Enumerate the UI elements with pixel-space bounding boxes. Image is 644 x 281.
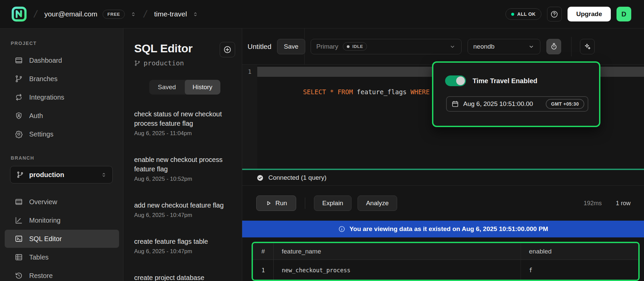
plus-circle-icon: [223, 45, 232, 54]
editor-toolbar: Untitled Save Primary IDLE neondb: [242, 29, 644, 65]
ai-assist-button[interactable]: [580, 39, 595, 54]
sidebar-item[interactable]: Overview: [5, 193, 119, 211]
database-selector[interactable]: neondb: [468, 39, 540, 54]
neon-logo-icon[interactable]: [11, 6, 27, 22]
explain-button[interactable]: Explain: [314, 195, 352, 211]
sidebar-item[interactable]: Settings: [5, 125, 119, 143]
tab-saved[interactable]: Saved: [149, 80, 185, 95]
project-switcher-chevron-icon[interactable]: [192, 11, 199, 17]
sidebar-item-label: Settings: [29, 130, 53, 138]
account-email[interactable]: your@email.com: [44, 10, 97, 18]
info-circle-icon: [338, 225, 345, 233]
panel-branch: production: [134, 59, 193, 67]
breadcrumb-separator: /: [141, 8, 150, 20]
query-tab-title: Untitled: [248, 43, 271, 51]
panel-branch-label: production: [144, 59, 184, 67]
compute-status-label: IDLE: [352, 44, 363, 49]
branch-nav: Overview Monitoring SQL Editor Tables Re…: [0, 193, 123, 281]
save-button[interactable]: Save: [277, 39, 305, 54]
table-row[interactable]: 1new_checkout_processf: [253, 260, 638, 281]
time-travel-toggle-label: Time Travel Enabled: [473, 77, 537, 85]
history-list-item[interactable]: check status of new checkout process fea…: [134, 109, 235, 137]
time-travel-button[interactable]: [546, 39, 561, 54]
sidebar-item-label: Overview: [29, 198, 57, 206]
history-list-item[interactable]: add new checkout feature flag Aug 6, 202…: [134, 201, 235, 219]
sidebar-item[interactable]: Tables: [5, 248, 119, 266]
results-body: 1new_checkout_processf: [253, 260, 638, 281]
main-body: PROJECT Dashboard Branches Integrations …: [0, 29, 644, 281]
compute-selector[interactable]: Primary IDLE: [311, 39, 462, 54]
status-label: ALL OK: [517, 11, 536, 17]
code-token: feature_flags: [353, 88, 411, 96]
sidebar-item[interactable]: Restore: [5, 267, 119, 281]
query-actions-bar: Run Explain Analyze 192ms 1 row: [242, 186, 644, 221]
upgrade-button[interactable]: Upgrade: [568, 7, 611, 21]
history-list-item[interactable]: create feature flags table Aug 6, 2025 -…: [134, 237, 235, 255]
sidebar-item-icon: [15, 112, 23, 120]
timezone-badge: GMT +05:30: [546, 99, 584, 109]
sidebar-item[interactable]: Branches: [5, 70, 119, 88]
sidebar-item-icon: [15, 216, 23, 224]
branch-selector-chevron-icon: [101, 172, 107, 178]
column-header: #: [253, 243, 274, 260]
results-table: #feature_nameenabled 1new_checkout_proce…: [252, 242, 640, 281]
table-cell: 1: [253, 260, 274, 281]
time-travel-toggle[interactable]: [445, 75, 466, 86]
time-travel-datetime-field[interactable]: Aug 6, 2025 10:51:00.00 GMT +05:30: [446, 96, 588, 112]
query-tab[interactable]: Untitled Save: [242, 29, 305, 64]
connection-status-bar: Connected (1 query): [242, 170, 644, 186]
code-token: FROM: [337, 88, 353, 96]
top-bar: / your@email.com FREE / time-travel ALL …: [0, 0, 644, 29]
query-editor-pane: Untitled Save Primary IDLE neondb: [242, 29, 644, 281]
history-item-timestamp: Aug 6, 2025 - 10:47pm: [134, 212, 235, 219]
saved-history-tabs: Saved History: [149, 80, 220, 95]
history-list-item[interactable]: enable new checkout process feature flag…: [134, 155, 235, 182]
banner-text: You are viewing data as it existed on Au…: [350, 225, 548, 233]
line-number: 1: [242, 67, 257, 77]
sidebar-item[interactable]: Auth: [5, 107, 119, 125]
code-token: [334, 88, 337, 96]
sidebar-item-label: Tables: [29, 254, 49, 261]
history-item-title: create feature flags table: [134, 237, 235, 246]
actions-divider: [305, 198, 305, 209]
sidebar-item-label: SQL Editor: [29, 235, 62, 243]
branch-selector[interactable]: production: [10, 166, 113, 183]
sidebar-item-icon: [15, 198, 23, 206]
status-badge[interactable]: ALL OK: [505, 8, 541, 20]
sidebar-item-icon: [15, 75, 23, 83]
run-button[interactable]: Run: [256, 195, 296, 211]
history-item-timestamp: Aug 6, 2025 - 10:52pm: [134, 176, 235, 182]
time-travel-info-banner: You are viewing data as it existed on Au…: [242, 221, 644, 237]
analyze-button[interactable]: Analyze: [358, 195, 397, 211]
history-item-title: enable new checkout process feature flag: [134, 155, 235, 174]
project-nav: Dashboard Branches Integrations Auth Set…: [0, 51, 123, 143]
history-item-title: add new checkout feature flag: [134, 201, 235, 210]
help-button[interactable]: [547, 7, 562, 21]
sidebar-item[interactable]: Integrations: [5, 88, 119, 106]
check-circle-icon: [256, 174, 264, 182]
idle-dot-icon: [347, 45, 350, 48]
neon-console-app: / your@email.com FREE / time-travel ALL …: [0, 0, 644, 281]
tab-history[interactable]: History: [185, 80, 220, 95]
play-icon: [265, 200, 272, 207]
row-count: 1 row: [616, 200, 631, 207]
account-switcher-chevron-icon[interactable]: [130, 11, 137, 17]
help-circle-icon: [550, 10, 558, 18]
history-item-title: check status of new checkout process fea…: [134, 109, 235, 128]
new-query-button[interactable]: [220, 42, 235, 57]
sidebar-item-icon: [15, 272, 23, 280]
sql-editor-panel: SQL Editor production Saved History chec…: [123, 29, 242, 281]
stopwatch-icon: [550, 43, 558, 50]
sidebar: PROJECT Dashboard Branches Integrations …: [0, 29, 123, 281]
git-branch-icon: [16, 171, 24, 178]
project-name[interactable]: time-travel: [154, 10, 187, 18]
sidebar-item[interactable]: Dashboard: [5, 51, 119, 69]
sidebar-item-label: Integrations: [29, 94, 64, 101]
calendar-icon: [451, 100, 459, 108]
history-item-timestamp: Aug 6, 2025 - 10:47pm: [134, 248, 235, 255]
sidebar-item[interactable]: SQL Editor: [5, 230, 119, 248]
history-list-item[interactable]: create project database Aug 6, 2025 - 10…: [134, 273, 235, 281]
history-item-timestamp: Aug 6, 2025 - 11:04pm: [134, 130, 235, 137]
sidebar-item[interactable]: Monitoring: [5, 211, 119, 229]
avatar[interactable]: D: [616, 7, 631, 21]
